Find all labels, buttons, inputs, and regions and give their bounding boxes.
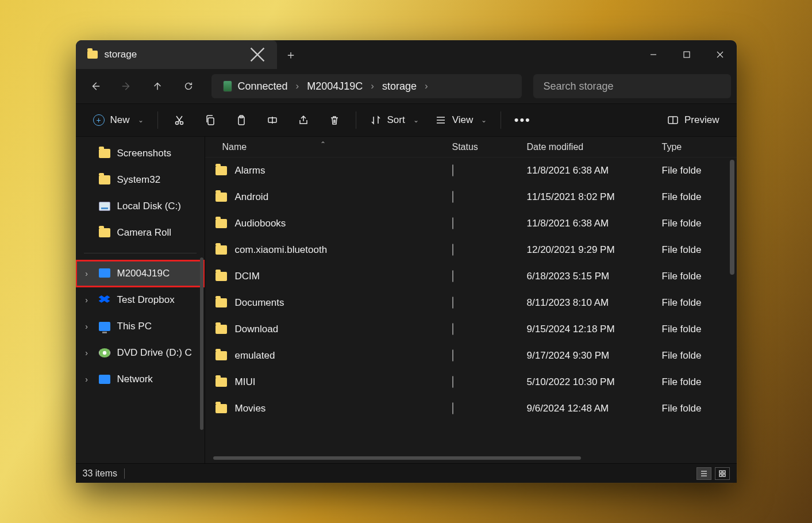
file-row[interactable]: Alarms11/8/2021 6:38 AMFile folde (205, 157, 737, 184)
column-date[interactable]: Date modified (527, 142, 662, 152)
tab-close-button[interactable] (248, 45, 267, 64)
ellipsis-icon: ••• (514, 113, 531, 128)
preview-icon (667, 114, 679, 126)
crumb-label: storage (382, 80, 417, 93)
sidebar-item-this-pc[interactable]: ›This PC (76, 313, 205, 340)
sidebar-item-dvd-drive-d-c[interactable]: ›DVD Drive (D:) C (76, 340, 205, 366)
up-button[interactable] (144, 75, 171, 98)
chevron-right-icon[interactable]: › (424, 80, 429, 92)
column-status[interactable]: Status (452, 142, 527, 152)
file-row[interactable]: Documents8/11/2023 8:10 AMFile folde (205, 290, 737, 316)
toolbar: + New ⌄ Sort ⌄ View ⌄ ••• Preview (76, 103, 737, 137)
delete-button[interactable] (320, 109, 349, 132)
file-row[interactable]: Audiobooks11/8/2021 6:38 AMFile folde (205, 210, 737, 237)
drive-icon (99, 202, 110, 211)
device-status-icon (452, 191, 453, 203)
crumb-device[interactable]: M2004J19C (302, 74, 367, 98)
sidebar-item-system32[interactable]: System32 (76, 167, 205, 193)
copy-button[interactable] (196, 109, 225, 132)
file-date: 9/6/2024 12:48 AM (527, 403, 662, 414)
expand-icon[interactable]: › (82, 295, 92, 305)
refresh-button[interactable] (175, 75, 202, 98)
sidebar-item-camera-roll[interactable]: Camera Roll (76, 220, 205, 246)
folder-icon (215, 272, 227, 281)
file-row[interactable]: MIUI5/10/2022 10:30 PMFile folde (205, 369, 737, 395)
preview-label: Preview (684, 114, 719, 126)
sort-button[interactable]: Sort ⌄ (363, 109, 426, 132)
crumb-connected[interactable]: Connected (218, 74, 293, 98)
sidebar-item-label: DVD Drive (D:) C (117, 347, 192, 359)
file-type: File folde (662, 350, 729, 362)
chevron-right-icon[interactable]: › (370, 80, 375, 92)
view-toggles (696, 467, 730, 480)
thumbnails-view-button[interactable] (715, 467, 730, 480)
file-type: File folde (662, 324, 729, 335)
file-date: 9/15/2024 12:18 PM (527, 324, 662, 335)
sidebar-item-test-dropbox[interactable]: ›Test Dropbox (76, 287, 205, 313)
chevron-right-icon[interactable]: › (295, 80, 301, 92)
rename-button[interactable] (258, 109, 287, 132)
file-row[interactable]: emulated9/17/2024 9:30 PMFile folde (205, 343, 737, 369)
tab-storage[interactable]: storage (76, 40, 277, 69)
file-list: Name ⌃ Status Date modified Type Alarms1… (205, 137, 737, 463)
crumb-storage[interactable]: storage (378, 74, 421, 98)
file-name: emulated (235, 350, 275, 362)
file-row[interactable]: Download9/15/2024 12:18 PMFile folde (205, 316, 737, 343)
sidebar: ScreenshotsSystem32Local Disk (C:)Camera… (76, 137, 205, 463)
maximize-button[interactable] (670, 40, 703, 69)
sidebar-scrollbar[interactable] (200, 257, 203, 430)
device-status-icon (452, 349, 453, 362)
file-name: com.xiaomi.bluetooth (235, 244, 328, 256)
file-row[interactable]: Android11/15/2021 8:02 PMFile folde (205, 184, 737, 210)
sidebar-item-screenshots[interactable]: Screenshots (76, 140, 205, 167)
sidebar-item-local-disk-c-[interactable]: Local Disk (C:) (76, 193, 205, 220)
sidebar-item-m2004j19c[interactable]: ›M2004J19C (76, 260, 205, 287)
back-button[interactable] (82, 75, 109, 98)
folder-icon (215, 325, 227, 334)
details-view-button[interactable] (696, 467, 711, 480)
device-status-icon (452, 217, 453, 229)
expand-icon[interactable]: › (82, 322, 92, 331)
content-scrollbar-horizontal[interactable] (213, 456, 581, 460)
file-row[interactable]: DCIM6/18/2023 5:15 PMFile folde (205, 263, 737, 290)
separator (157, 111, 158, 129)
file-row[interactable]: Movies9/6/2024 12:48 AMFile folde (205, 395, 737, 422)
paste-button[interactable] (227, 109, 256, 132)
more-button[interactable]: ••• (508, 109, 537, 132)
minimize-button[interactable] (637, 40, 670, 69)
folder-icon (215, 219, 227, 228)
separator (124, 468, 125, 479)
folder-icon (99, 228, 110, 237)
file-name: Android (235, 191, 269, 203)
tab-title: storage (105, 49, 241, 60)
expand-icon[interactable]: › (82, 375, 92, 384)
new-label: New (110, 114, 130, 126)
forward-button[interactable] (113, 75, 140, 98)
column-name[interactable]: Name ⌃ (205, 142, 452, 152)
folder-icon (99, 175, 110, 184)
new-button[interactable]: + New ⌄ (86, 109, 151, 132)
preview-button[interactable]: Preview (660, 109, 726, 132)
share-button[interactable] (289, 109, 318, 132)
expand-icon[interactable]: › (82, 269, 92, 278)
crumb-label: Connected (238, 80, 288, 93)
sidebar-item-network[interactable]: ›Network (76, 366, 205, 393)
column-type[interactable]: Type (662, 142, 729, 152)
new-tab-button[interactable]: ＋ (277, 40, 305, 69)
file-row[interactable]: com.xiaomi.bluetooth12/20/2021 9:29 PMFi… (205, 237, 737, 263)
device-status-icon (452, 323, 453, 335)
folder-icon (215, 351, 227, 360)
search-input[interactable]: Search storage (533, 74, 731, 98)
content-scrollbar-vertical[interactable] (730, 160, 734, 275)
close-window-button[interactable] (703, 40, 737, 69)
column-headers: Name ⌃ Status Date modified Type (205, 137, 737, 157)
address-bar[interactable]: Connected › M2004J19C › storage › (211, 74, 522, 98)
view-button[interactable]: View ⌄ (428, 109, 494, 132)
cut-button[interactable] (165, 109, 194, 132)
expand-icon[interactable]: › (82, 348, 92, 357)
svg-rect-10 (719, 474, 722, 476)
window-controls (637, 40, 737, 69)
file-type: File folde (662, 191, 729, 203)
item-count: 33 items (83, 468, 117, 479)
nav-bar: Connected › M2004J19C › storage › Search… (76, 69, 737, 103)
